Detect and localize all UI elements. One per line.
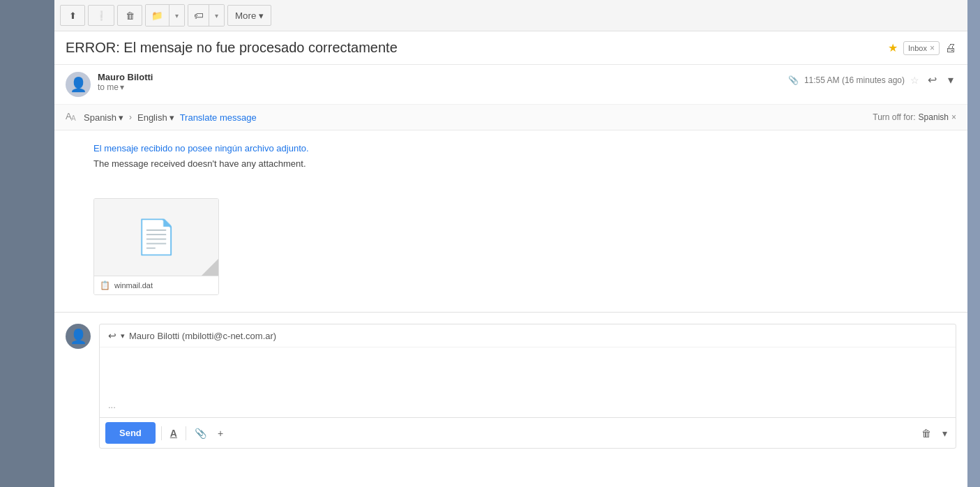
chevron-down-icon: ▾ bbox=[175, 12, 179, 20]
attachment-corner bbox=[202, 259, 218, 276]
reply-button[interactable]: ↩ bbox=[925, 72, 940, 88]
timestamp: 11:55 AM (16 minutes ago) bbox=[804, 75, 905, 85]
plus-icon: + bbox=[218, 428, 223, 439]
turn-off-language: Spanish bbox=[919, 112, 949, 122]
file-icon: 📄 bbox=[135, 218, 177, 257]
inbox-badge: Inbox × bbox=[903, 41, 940, 55]
report-button[interactable]: ❕ bbox=[88, 5, 114, 26]
delete-button[interactable]: 🗑 bbox=[117, 5, 142, 26]
reply-recipient: Mauro Bilotti (mbilotti@c-net.com.ar) bbox=[129, 331, 276, 341]
subject-row: ERROR: El mensaje no fue procesado corre… bbox=[54, 31, 967, 65]
chevron-down-icon: ▾ bbox=[942, 428, 947, 439]
turn-off-close-button[interactable]: × bbox=[951, 112, 956, 122]
more-button[interactable]: More ▾ bbox=[227, 5, 271, 26]
left-sidebar bbox=[0, 0, 54, 487]
right-sidebar bbox=[967, 0, 980, 487]
translate-icon: A A bbox=[66, 110, 78, 124]
labels-button[interactable]: 🏷 bbox=[188, 5, 209, 26]
labels-dropdown[interactable]: ▾ bbox=[209, 5, 224, 26]
star-icon[interactable]: ★ bbox=[888, 41, 898, 54]
move-to-dropdown[interactable]: ▾ bbox=[169, 5, 184, 26]
chevron-down-icon: ▾ bbox=[120, 82, 124, 92]
send-button[interactable]: Send bbox=[105, 422, 156, 444]
more-draft-options-button[interactable]: ▾ bbox=[940, 425, 950, 442]
reply-box[interactable]: ↩ ▾ Mauro Bilotti (mbilotti@c-net.com.ar… bbox=[99, 324, 956, 449]
avatar: 👤 bbox=[66, 72, 91, 97]
attachment-footer: 📋 winmail.dat bbox=[94, 276, 218, 294]
attachment-icon: 📎 bbox=[788, 75, 799, 85]
inbox-close-button[interactable]: × bbox=[930, 43, 935, 53]
email-header: 👤 Mauro Bilotti to me ▾ 📎 11:55 AM (16 m… bbox=[54, 65, 967, 105]
target-language-select[interactable]: English ▾ bbox=[137, 112, 174, 123]
email-body: El mensaje recibido no posee ningún arch… bbox=[54, 130, 967, 193]
more-actions-button[interactable]: ▾ bbox=[945, 72, 956, 88]
arrow-right-icon: › bbox=[129, 112, 132, 122]
attachment-filename: winmail.dat bbox=[114, 281, 153, 290]
avatar-icon: 👤 bbox=[70, 76, 87, 93]
label-icon: 🏷 bbox=[194, 10, 203, 21]
reply-toolbar: Send A 📎 + 🗑 bbox=[100, 417, 956, 448]
main-content: ⬆ ❕ 🗑 📁 ▾ 🏷 bbox=[54, 0, 967, 487]
translate-message-link[interactable]: Translate message bbox=[180, 112, 257, 123]
print-button[interactable]: 🖨 bbox=[945, 42, 956, 54]
reply-avatar: 👤 bbox=[66, 324, 91, 349]
email-view: ERROR: El mensaje no fue procesado corre… bbox=[54, 31, 967, 487]
reply-area: 👤 ↩ ▾ Mauro Bilotti (mbilotti@c-net.com.… bbox=[54, 313, 967, 460]
chevron-down-icon: ▾ bbox=[119, 112, 123, 123]
report-icon: ❕ bbox=[96, 10, 107, 21]
format-icon: A bbox=[170, 428, 177, 439]
subject-title: ERROR: El mensaje no fue procesado corre… bbox=[66, 40, 882, 56]
format-text-button[interactable]: A bbox=[167, 425, 180, 442]
chevron-down-icon: ▾ bbox=[215, 12, 218, 20]
compose-divider bbox=[186, 426, 186, 440]
inbox-label: Inbox bbox=[908, 44, 927, 52]
turn-off-section: Turn off for: Spanish × bbox=[873, 112, 956, 122]
reply-compose-area[interactable]: ... bbox=[100, 347, 956, 417]
body-spanish-line: El mensaje recibido no posee ningún arch… bbox=[93, 142, 928, 156]
reply-dropdown-button[interactable]: ▾ bbox=[121, 331, 125, 340]
more-compose-button[interactable]: + bbox=[215, 425, 226, 442]
move-to-group: 📁 ▾ bbox=[145, 4, 185, 27]
source-language-select[interactable]: Spanish ▾ bbox=[84, 112, 123, 123]
compose-divider bbox=[161, 426, 162, 440]
email-toolbar: ⬆ ❕ 🗑 📁 ▾ 🏷 bbox=[54, 0, 967, 31]
dat-icon: 📋 bbox=[100, 280, 110, 290]
attachment-area: 📄 📋 winmail.dat bbox=[54, 193, 967, 312]
reply-to-row: ↩ ▾ Mauro Bilotti (mbilotti@c-net.com.ar… bbox=[100, 324, 956, 347]
reply-icon[interactable]: ↩ bbox=[108, 330, 116, 341]
attachment-card[interactable]: 📄 📋 winmail.dat bbox=[93, 198, 219, 295]
ellipsis: ... bbox=[108, 400, 116, 410]
sender-name: Mauro Bilotti bbox=[98, 72, 788, 82]
body-english-line: The message received doesn't have any at… bbox=[93, 157, 928, 171]
to-me-label[interactable]: to me ▾ bbox=[98, 82, 788, 92]
email-meta: 📎 11:55 AM (16 minutes ago) ☆ ↩ ▾ bbox=[788, 72, 956, 88]
translate-bar: A A Spanish ▾ › English ▾ Translate mess… bbox=[54, 105, 967, 130]
svg-text:A: A bbox=[71, 114, 76, 121]
folder-icon: 📁 bbox=[151, 10, 163, 21]
more-label: More bbox=[235, 10, 256, 21]
trash-icon: 🗑 bbox=[921, 428, 931, 439]
archive-button[interactable]: ⬆ bbox=[60, 5, 85, 26]
attach-file-button[interactable]: 📎 bbox=[192, 425, 209, 442]
chevron-down-icon: ▾ bbox=[169, 112, 174, 123]
attachment-preview: 📄 bbox=[94, 199, 218, 276]
chevron-down-icon: ▾ bbox=[259, 10, 264, 21]
star-button[interactable]: ☆ bbox=[910, 75, 919, 86]
turn-off-label: Turn off for: bbox=[873, 112, 915, 122]
paperclip-icon: 📎 bbox=[195, 428, 206, 439]
delete-draft-button[interactable]: 🗑 bbox=[919, 425, 934, 442]
labels-group: 🏷 ▾ bbox=[188, 4, 225, 27]
archive-icon: ⬆ bbox=[69, 10, 77, 21]
move-to-button[interactable]: 📁 bbox=[146, 5, 169, 26]
delete-icon: 🗑 bbox=[126, 10, 135, 21]
sender-info: Mauro Bilotti to me ▾ bbox=[98, 72, 788, 92]
